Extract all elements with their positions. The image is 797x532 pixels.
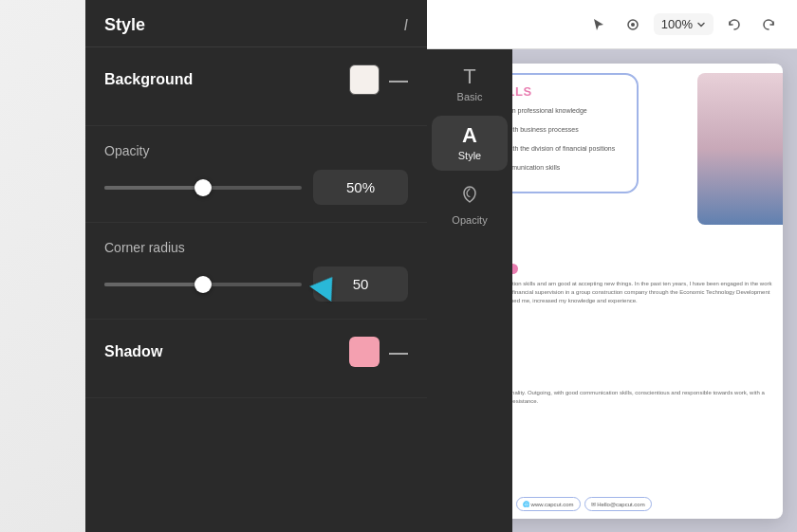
contact-web: 🌐 www.capcut.com bbox=[516, 497, 581, 511]
style-label: Style bbox=[458, 150, 481, 161]
hand-tool-btn[interactable] bbox=[620, 13, 646, 36]
style-panel-title: Style bbox=[104, 15, 145, 35]
background-remove-btn[interactable]: — bbox=[389, 70, 408, 89]
opacity-tool-label: Opacity bbox=[452, 214, 487, 226]
italic-btn[interactable]: I bbox=[404, 17, 408, 34]
opacity-slider-row bbox=[104, 170, 408, 205]
basic-icon: T bbox=[463, 66, 475, 87]
style-panel-header: Style I bbox=[85, 0, 427, 47]
tool-style[interactable]: A Style bbox=[432, 116, 508, 171]
opacity-label: Opacity bbox=[104, 143, 408, 158]
style-panel: Style I Background — Opacity Corner radi… bbox=[85, 0, 427, 532]
right-tool-sidebar: T Basic A Style Opacity bbox=[427, 49, 512, 532]
shadow-remove-btn[interactable]: — bbox=[389, 342, 408, 361]
zoom-value: 100% bbox=[661, 17, 693, 31]
toolbar: 100% bbox=[427, 0, 797, 49]
redo-btn[interactable] bbox=[755, 13, 782, 36]
corner-radius-slider-track[interactable] bbox=[104, 283, 302, 286]
background-label: Background — bbox=[104, 64, 408, 95]
corner-radius-slider-fill bbox=[104, 283, 203, 286]
corner-radius-section: Corner radius bbox=[85, 223, 427, 320]
basic-label: Basic bbox=[457, 91, 483, 102]
opacity-icon bbox=[458, 184, 481, 211]
corner-radius-label: Corner radius bbox=[104, 240, 408, 255]
tool-basic[interactable]: T Basic bbox=[432, 57, 508, 112]
style-icon: A bbox=[462, 125, 477, 146]
opacity-slider-thumb[interactable] bbox=[195, 179, 212, 196]
background-color-swatch[interactable] bbox=[349, 64, 380, 95]
person-photo bbox=[697, 73, 783, 225]
tool-opacity[interactable]: Opacity bbox=[432, 174, 508, 235]
corner-radius-slider-thumb[interactable] bbox=[195, 276, 212, 293]
svg-point-1 bbox=[631, 23, 635, 27]
undo-btn[interactable] bbox=[721, 13, 748, 36]
opacity-slider-track[interactable] bbox=[104, 186, 302, 190]
contact-email: ✉ Hello@capcut.com bbox=[584, 497, 652, 511]
opacity-section: Opacity bbox=[85, 126, 427, 223]
background-section: Background — bbox=[85, 47, 427, 126]
shadow-section: Shadow — bbox=[85, 320, 427, 398]
opacity-slider-fill bbox=[104, 186, 203, 190]
shadow-label: Shadow — bbox=[104, 337, 408, 367]
corner-radius-value-input[interactable] bbox=[313, 266, 408, 302]
cursor-tool-btn[interactable] bbox=[585, 13, 612, 36]
corner-radius-slider-row bbox=[104, 266, 408, 302]
opacity-value-input[interactable] bbox=[313, 170, 408, 205]
zoom-control[interactable]: 100% bbox=[654, 13, 714, 35]
shadow-color-swatch[interactable] bbox=[349, 337, 380, 367]
